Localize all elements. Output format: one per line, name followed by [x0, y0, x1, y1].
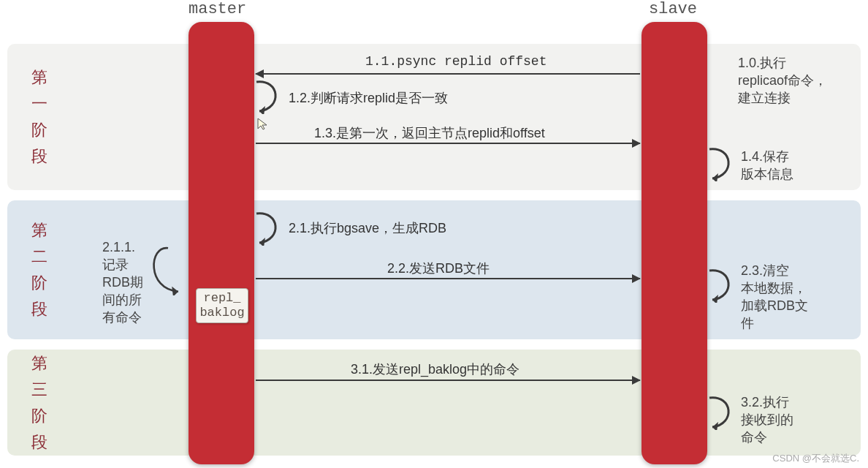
msg-1-2: 1.2.判断请求replid是否一致 [289, 89, 448, 107]
phase-1-label: 第 一 阶 段 [31, 64, 48, 170]
msg-1-3: 1.3.是第一次，返回主节点replid和offset [314, 124, 545, 142]
note-1-0: 1.0.执行 replicaof命令， 建立连接 [738, 54, 855, 107]
selfloop-1-2 [255, 79, 283, 114]
selfloop-3-2 [708, 395, 736, 430]
slave-lifeline [642, 22, 707, 464]
arrow-2-2 [256, 278, 640, 279]
selfloop-1-4 [708, 146, 736, 181]
watermark: CSDN @不会就选C. [772, 452, 859, 465]
msg-3-1: 3.1.发送repl_baklog中的命令 [351, 361, 519, 378]
msg-2-1: 2.1.执行bgsave，生成RDB [289, 219, 446, 237]
arrow-1-1 [256, 73, 640, 75]
arrow-2-1-1 [146, 244, 190, 295]
phase-3-label: 第 三 阶 段 [31, 350, 48, 456]
msg-1-1: 1.1.psync replid offset [365, 54, 547, 69]
phase-2-label: 第 二 阶 段 [31, 217, 48, 322]
arrow-3-1 [256, 380, 640, 381]
note-3-2: 3.2.执行 接收到的 命令 [741, 393, 793, 446]
note-1-4: 1.4.保存 版本信息 [741, 148, 793, 183]
master-lifeline [189, 22, 254, 464]
repl-baklog-text: repl_ baklog [199, 291, 244, 320]
master-header: master [189, 0, 246, 18]
msg-2-2: 2.2.发送RDB文件 [387, 260, 490, 277]
selfloop-2-1 [255, 211, 283, 246]
arrow-1-3 [256, 143, 640, 144]
note-2-3: 2.3.清空 本地数据， 加载RDB文 件 [741, 262, 854, 332]
slave-header: slave [649, 0, 697, 18]
selfloop-2-3 [708, 268, 736, 303]
repl-baklog-box: repl_ baklog [196, 288, 248, 323]
